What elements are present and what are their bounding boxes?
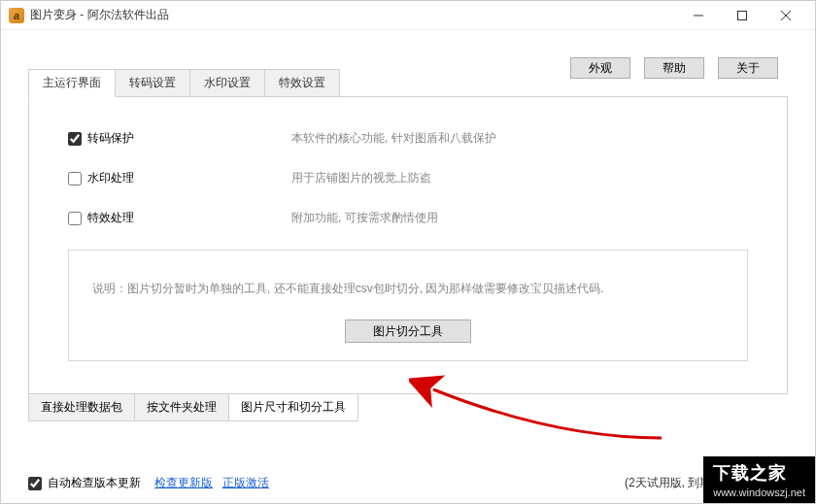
info-body: 图片切分暂时为单独的工具, 还不能直接处理csv包时切分, 因为那样做需要修改宝… [127,282,604,295]
link-activate[interactable]: 正版激活 [222,475,269,491]
checkbox-watermark-label: 水印处理 [87,170,134,186]
checkbox-auto-update[interactable]: 自动检查版本更新 [28,475,141,491]
desc-effects: 附加功能, 可按需求酌情使用 [291,210,438,226]
bottom-tab-size-split[interactable]: 图片尺寸和切分工具 [228,393,358,421]
desc-transcode-protect: 本软件的核心功能, 针对图盾和八载保护 [291,130,496,147]
checkbox-watermark-input[interactable] [68,172,82,185]
titlebar: a 图片变身 - 阿尔法软件出品 [1,1,815,30]
checkbox-watermark[interactable]: 水印处理 [68,170,291,186]
link-check-update[interactable]: 检查更新版 [154,475,213,491]
checkbox-effects-label: 特效处理 [87,210,134,226]
footer: 自动检查版本更新 检查更新版 正版激活 (2天试用版, 到期时间2020-07-… [28,475,788,491]
info-text: 说明：图片切分暂时为单独的工具, 还不能直接处理csv包时切分, 因为那样做需要… [92,280,724,298]
info-box: 说明：图片切分暂时为单独的工具, 还不能直接处理csv包时切分, 因为那样做需要… [68,250,748,361]
checkbox-auto-update-input[interactable] [28,477,42,490]
svg-rect-1 [737,11,746,19]
tab-effects[interactable]: 特效设置 [264,69,340,96]
checkbox-transcode-protect[interactable]: 转码保护 [68,130,291,147]
info-prefix: 说明： [92,282,127,295]
tab-panel-main: 转码保护 本软件的核心功能, 针对图盾和八载保护 水印处理 用于店铺图片的视觉上… [28,97,788,394]
tab-main[interactable]: 主运行界面 [28,69,116,97]
minimize-button[interactable] [676,2,720,29]
tab-watermark[interactable]: 水印设置 [189,69,265,96]
watermark: 下载之家 www.windowszj.net [703,456,815,503]
maximize-button[interactable] [720,2,764,29]
checkbox-effects[interactable]: 特效处理 [68,210,291,226]
bottom-tab-process-folder[interactable]: 按文件夹处理 [134,393,229,421]
checkbox-transcode-protect-label: 转码保护 [87,130,134,147]
watermark-title: 下载之家 [713,462,805,485]
close-button[interactable] [764,2,807,29]
bottom-tab-process-package[interactable]: 直接处理数据包 [28,393,135,421]
window-title: 图片变身 - 阿尔法软件出品 [30,7,169,23]
checkbox-effects-input[interactable] [68,212,82,225]
watermark-url: www.windowszj.net [713,486,805,499]
bottom-tabstrip: 直接处理数据包 按文件夹处理 图片尺寸和切分工具 [28,393,788,421]
main-tabstrip: 主运行界面 转码设置 水印设置 特效设置 [28,69,788,97]
app-icon: a [9,8,24,23]
tab-transcode[interactable]: 转码设置 [115,69,190,96]
checkbox-auto-update-label: 自动检查版本更新 [48,475,141,491]
split-tool-button[interactable]: 图片切分工具 [345,319,471,343]
checkbox-transcode-protect-input[interactable] [68,132,82,146]
desc-watermark: 用于店铺图片的视觉上防盗 [291,170,431,186]
